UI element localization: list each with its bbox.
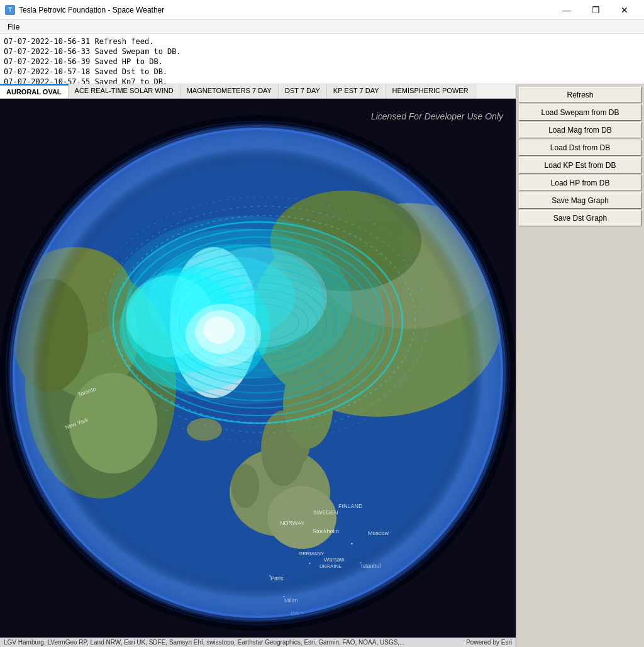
restore-button[interactable]: ❐ <box>581 0 610 20</box>
right-panel: Refresh Load Swepam from DB Load Mag fro… <box>516 84 644 647</box>
credits-text: LGV Hamburg, LVermGeo RP, Land NRW, Esri… <box>4 639 404 646</box>
title-bar-left: T Tesla Petrovic Foundation - Space Weat… <box>5 5 164 15</box>
minimize-button[interactable]: — <box>552 0 581 20</box>
tab-hemispheric-power[interactable]: HEMISPHERIC POWER <box>386 84 475 98</box>
log-line-4: 07-07-2022-10-57-18 Saved Dst to DB. <box>4 67 640 77</box>
log-area: 07-07-2022-10-56-31 Refresh feed. 07-07-… <box>0 34 644 84</box>
load-swepam-button[interactable]: Load Swepam from DB <box>519 104 641 121</box>
title-bar: T Tesla Petrovic Foundation - Space Weat… <box>0 0 644 20</box>
globe-container: Toronto New York NORWAY SWEDEN FINLAND S… <box>0 99 516 647</box>
window-controls: — ❐ ✕ <box>552 0 639 20</box>
window-title: Tesla Petrovic Foundation - Space Weathe… <box>19 6 164 14</box>
left-panel: AURORAL OVAL ACE REAL-TIME SOLAR WIND MA… <box>0 84 516 647</box>
log-line-5: 07-07-2022-10-57-55 Saved Kp7 to DB. <box>4 77 640 84</box>
tab-magnetometers[interactable]: MAGNETOMETERS 7 DAY <box>180 84 279 98</box>
file-menu[interactable]: File <box>3 21 25 33</box>
map-credits: LGV Hamburg, LVermGeo RP, Land NRW, Esri… <box>0 638 516 647</box>
save-mag-graph-button[interactable]: Save Mag Graph <box>519 192 641 209</box>
globe-svg: Toronto New York NORWAY SWEDEN FINLAND S… <box>0 115 516 631</box>
main-content: AURORAL OVAL ACE REAL-TIME SOLAR WIND MA… <box>0 84 644 647</box>
menu-bar: File <box>0 20 644 34</box>
log-line-3: 07-07-2022-10-56-39 Saved HP to DB. <box>4 57 640 67</box>
load-kp-button[interactable]: Load KP Est from DB <box>519 157 641 174</box>
log-line-2: 07-07-2022-10-56-33 Saved Swepam to DB. <box>4 47 640 57</box>
tab-bar: AURORAL OVAL ACE REAL-TIME SOLAR WIND MA… <box>0 84 516 99</box>
close-button[interactable]: ✕ <box>610 0 639 20</box>
load-hp-button[interactable]: Load HP from DB <box>519 175 641 191</box>
refresh-button[interactable]: Refresh <box>519 87 641 103</box>
tab-dst[interactable]: DST 7 DAY <box>279 84 327 98</box>
save-dst-graph-button[interactable]: Save Dst Graph <box>519 210 641 226</box>
powered-by: Powered by Esri <box>466 639 512 646</box>
tab-ace-solar-wind[interactable]: ACE REAL-TIME SOLAR WIND <box>69 84 180 98</box>
load-mag-button[interactable]: Load Mag from DB <box>519 122 641 138</box>
log-line-1: 07-07-2022-10-56-31 Refresh feed. <box>4 36 640 47</box>
tab-kp-est[interactable]: KP EST 7 DAY <box>327 84 386 98</box>
load-dst-button[interactable]: Load Dst from DB <box>519 140 641 156</box>
app-icon: T <box>5 5 15 15</box>
tab-auroral-oval[interactable]: AURORAL OVAL <box>0 84 69 98</box>
